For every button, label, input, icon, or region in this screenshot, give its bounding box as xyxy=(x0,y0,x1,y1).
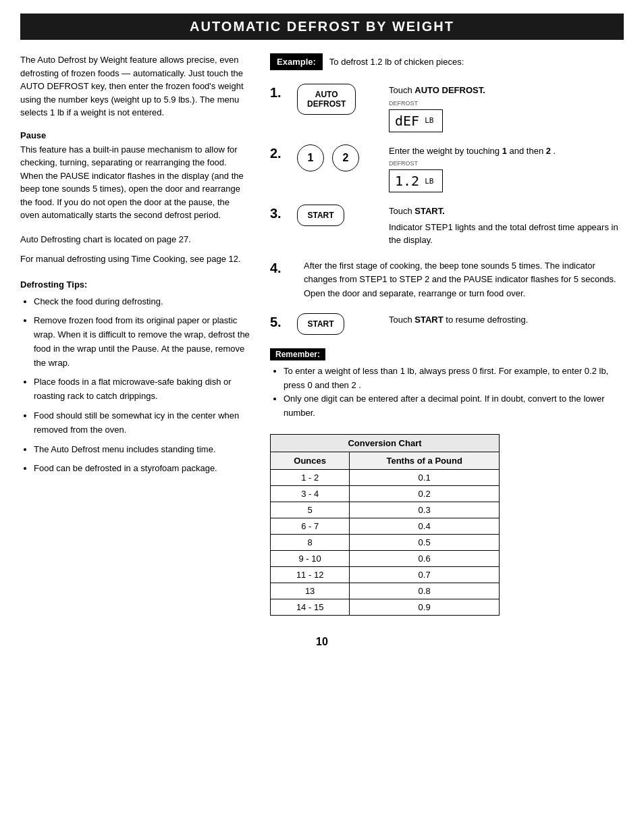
step-2-display-sub: DEFROST xyxy=(389,160,418,167)
step-3-instruction: Touch START. xyxy=(389,205,624,218)
chart-row-0: 1 - 20.1 xyxy=(271,470,500,486)
remember-item-1: To enter a weight of less than 1 lb, alw… xyxy=(284,365,624,393)
start-button-5[interactable]: START xyxy=(297,313,344,335)
remember-list: To enter a weight of less than 1 lb, alw… xyxy=(270,365,624,421)
step-1-instruction: Touch AUTO DEFROST. xyxy=(389,84,485,97)
remember-item-2: Only one digit can be entered after a de… xyxy=(284,392,624,421)
tips-list: Check the food during defrosting. Remove… xyxy=(20,295,250,477)
chart-tenths-3: 0.4 xyxy=(350,518,500,535)
step-5-text-block: Touch START to resume defrosting. xyxy=(389,313,528,327)
chart-ounces-6: 11 - 12 xyxy=(271,567,350,583)
chart-tenths-7: 0.8 xyxy=(350,583,500,599)
step-1-display-sub: DEFROST xyxy=(389,100,418,107)
step-1-display-container: DEFROST dEF LB xyxy=(389,100,485,132)
pause-section: Pause This feature has a built-in pause … xyxy=(20,130,250,222)
step-4-row: 4. After the first stage of cooking, the… xyxy=(270,259,624,301)
chart-ounces-4: 8 xyxy=(271,535,350,551)
step-1-display-value: dEF xyxy=(395,113,419,129)
step-5-instruction: Touch START to resume defrosting. xyxy=(389,313,528,327)
step-5-number: 5. xyxy=(270,313,286,330)
chart-title: Conversion Chart xyxy=(270,434,500,452)
button-1[interactable]: 1 xyxy=(297,144,324,171)
chart-ounces-1: 3 - 4 xyxy=(271,486,350,502)
button-2[interactable]: 2 xyxy=(332,144,359,171)
step-1-display: dEF LB xyxy=(389,109,443,132)
example-label: Example: xyxy=(270,53,323,70)
step-3-visual: START xyxy=(297,205,378,226)
page-title: AUTOMATIC DEFROST BY WEIGHT xyxy=(20,14,624,40)
step-1-row: 1. AUTODEFROST Touch AUTO DEFROST. DEFRO… xyxy=(270,84,624,132)
start-button-3[interactable]: START xyxy=(297,205,344,226)
step-5-row: 5. START Touch START to resume defrostin… xyxy=(270,313,624,335)
step-2-display-container: DEFROST 1.2 LB xyxy=(389,160,556,192)
chart-ounces-5: 9 - 10 xyxy=(271,551,350,567)
tip-3: Place foods in a flat microwave-safe bak… xyxy=(34,375,250,404)
step-2-instruction: Enter the weight by touching 1 and then … xyxy=(389,144,556,158)
remember-box: Remember: To enter a weight of less than… xyxy=(270,348,624,421)
right-column: Example: To defrost 1.2 lb of chicken pi… xyxy=(270,53,624,616)
step-2-display: 1.2 LB xyxy=(389,169,443,192)
pause-title: Pause xyxy=(20,130,250,140)
chart-row-2: 50.3 xyxy=(271,502,500,518)
step-1-lb: LB xyxy=(425,116,433,125)
step-3-instruction2: Indicator STEP1 lights and the total def… xyxy=(389,221,624,247)
chart-row-5: 9 - 100.6 xyxy=(271,551,500,567)
chart-ounces-0: 1 - 2 xyxy=(271,470,350,486)
chart-col1-header: Ounces xyxy=(271,452,350,470)
example-header: Example: To defrost 1.2 lb of chicken pi… xyxy=(270,53,624,70)
step-1-text-block: Touch AUTO DEFROST. DEFROST dEF LB xyxy=(389,84,485,132)
chart-tenths-5: 0.6 xyxy=(350,551,500,567)
intro-text: The Auto Defrost by Weight feature allow… xyxy=(20,53,250,119)
manual-note: For manual defrosting using Time Cooking… xyxy=(20,252,250,266)
pause-text: This feature has a built-in pause mechan… xyxy=(20,143,250,222)
step-2-row: 2. 1 2 Enter the weight by touching 1 an… xyxy=(270,144,624,193)
chart-tenths-6: 0.7 xyxy=(350,567,500,583)
chart-col2-header: Tenths of a Pound xyxy=(350,452,500,470)
chart-row-4: 80.5 xyxy=(271,535,500,551)
chart-row-3: 6 - 70.4 xyxy=(271,518,500,535)
step-2-display-value: 1.2 xyxy=(395,173,419,189)
chart-tenths-2: 0.3 xyxy=(350,502,500,518)
chart-ounces-3: 6 - 7 xyxy=(271,518,350,535)
chart-row-7: 130.8 xyxy=(271,583,500,599)
auto-defrost-button[interactable]: AUTODEFROST xyxy=(297,84,356,115)
chart-note: Auto Defrosting chart is located on page… xyxy=(20,233,250,246)
step-4-text: After the first stage of cooking, the be… xyxy=(304,259,624,301)
step-2-number: 2. xyxy=(270,144,286,161)
chart-ounces-2: 5 xyxy=(271,502,350,518)
chart-tenths-4: 0.5 xyxy=(350,535,500,551)
step-3-text-block: Touch START. Indicator STEP1 lights and … xyxy=(389,205,624,247)
tip-5: The Auto Defrost menu includes standing … xyxy=(34,443,250,457)
step-3-number: 3. xyxy=(270,205,286,221)
step-3-row: 3. START Touch START. Indicator STEP1 li… xyxy=(270,205,624,247)
step-5-visual: START xyxy=(297,313,378,335)
tip-1: Check the food during defrosting. xyxy=(34,295,250,309)
step-1-visual: AUTODEFROST xyxy=(297,84,378,115)
chart-tenths-0: 0.1 xyxy=(350,470,500,486)
step-2-text-block: Enter the weight by touching 1 and then … xyxy=(389,144,556,193)
chart-row-6: 11 - 120.7 xyxy=(271,567,500,583)
conversion-chart: Conversion Chart Ounces Tenths of a Poun… xyxy=(270,434,500,616)
step-2-lb: LB xyxy=(425,177,433,186)
steps-section: 1. AUTODEFROST Touch AUTO DEFROST. DEFRO… xyxy=(270,84,624,335)
tip-2: Remove frozen food from its original pap… xyxy=(34,314,250,370)
chart-ounces-8: 14 - 15 xyxy=(271,599,350,616)
tip-4: Food should still be somewhat icy in the… xyxy=(34,409,250,437)
chart-tenths-8: 0.9 xyxy=(350,599,500,616)
chart-row-1: 3 - 40.2 xyxy=(271,486,500,502)
defrost-tips-title: Defrosting Tips: xyxy=(20,279,250,290)
chart-tenths-1: 0.2 xyxy=(350,486,500,502)
step-4-number: 4. xyxy=(270,259,286,276)
remember-label: Remember: xyxy=(270,348,325,360)
step-2-buttons: 1 2 xyxy=(297,144,363,171)
chart-row-8: 14 - 150.9 xyxy=(271,599,500,616)
page-number: 10 xyxy=(20,636,624,648)
chart-ounces-7: 13 xyxy=(271,583,350,599)
step-2-visual: 1 2 xyxy=(297,144,378,171)
example-text: To defrost 1.2 lb of chicken pieces: xyxy=(329,57,464,67)
tip-6: Food can be defrosted in a styrofoam pac… xyxy=(34,462,250,476)
step-1-number: 1. xyxy=(270,84,286,101)
left-column: The Auto Defrost by Weight feature allow… xyxy=(20,53,250,616)
